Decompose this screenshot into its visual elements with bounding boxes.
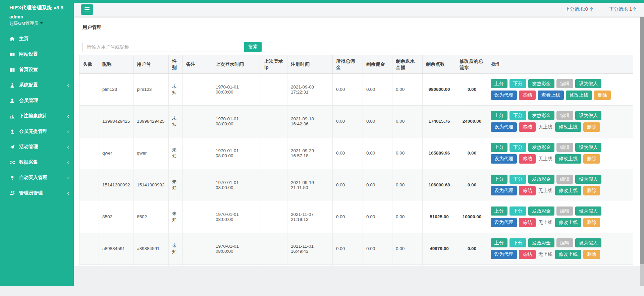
action-button[interactable]: 发放彩金 xyxy=(528,143,554,152)
sidebar-item-3[interactable]: 首页设置 xyxy=(0,62,74,77)
sidebar-item-10[interactable]: 自动买入管理‹ xyxy=(0,170,74,185)
action-button[interactable]: 冻结 xyxy=(519,186,536,195)
sidebar-item-7[interactable]: 会员充提管理‹ xyxy=(0,124,74,139)
action-button[interactable]: 删除 xyxy=(594,91,611,100)
action-button[interactable]: 上分 xyxy=(491,238,507,248)
action-button[interactable]: 修改上线 xyxy=(555,122,581,132)
action-button[interactable]: 冻结 xyxy=(519,91,536,100)
sidebar-item-4[interactable]: 系统配置‹ xyxy=(0,77,74,93)
action-button[interactable]: 删除 xyxy=(583,250,600,259)
action-button[interactable]: 下分 xyxy=(509,111,526,120)
action-button[interactable]: 修改上线 xyxy=(555,250,581,259)
action-button[interactable]: 编辑 xyxy=(556,175,573,184)
avatar-cell xyxy=(79,233,99,264)
action-button[interactable]: 删除 xyxy=(583,122,600,132)
action-button[interactable]: 设为代理 xyxy=(491,122,517,132)
sidebar-item-8[interactable]: 活动管理‹ xyxy=(0,139,74,155)
remark-cell xyxy=(183,137,212,169)
modified-flow-cell: 0.00 xyxy=(456,73,488,105)
gender-cell: 未知 xyxy=(169,201,183,233)
last-login-cell xyxy=(212,264,261,266)
action-button[interactable]: 设为假人 xyxy=(575,175,601,184)
total-commission-cell: 0.00 xyxy=(333,105,363,137)
down-request-link[interactable]: 下分请求 1个 xyxy=(609,6,637,12)
action-button[interactable]: 删除 xyxy=(583,154,600,164)
action-button[interactable]: 发放彩金 xyxy=(528,175,554,184)
sidebar-menu: 主页网站设置首页设置系统配置‹会员管理下注输赢统计‹会员充提管理‹活动管理‹数据… xyxy=(0,31,74,201)
action-button[interactable]: 设为代理 xyxy=(491,250,517,259)
action-button[interactable]: 编辑 xyxy=(556,238,573,248)
username-cell xyxy=(133,264,169,266)
chevron-left-icon: ‹ xyxy=(67,113,69,119)
action-button[interactable]: 设为代理 xyxy=(491,91,517,100)
action-button[interactable]: 删除 xyxy=(583,186,600,195)
last-login-cell: 1970-01-01 08:00:00 xyxy=(212,169,261,201)
username-cell: 13998429425 xyxy=(133,105,169,137)
action-button[interactable]: 设为假人 xyxy=(575,111,601,120)
scrollbar-thumb[interactable] xyxy=(640,17,644,264)
search-input[interactable] xyxy=(83,42,244,52)
vertical-scrollbar[interactable] xyxy=(640,17,644,286)
remark-cell xyxy=(183,73,212,105)
username-cell: a89884591 xyxy=(133,233,169,264)
action-button[interactable]: 冻结 xyxy=(519,250,536,259)
action-button[interactable]: 发放彩金 xyxy=(528,238,554,248)
last-login-cell: 1970-01-01 08:00:00 xyxy=(212,233,261,264)
action-button[interactable]: 修改上线 xyxy=(555,154,581,164)
up-request-count: 0 xyxy=(585,6,588,12)
action-button[interactable]: 冻结 xyxy=(519,154,536,164)
action-button[interactable]: 下分 xyxy=(509,143,526,152)
content-card: 用户管理 搜索 头像昵称用户号性别备注上次登录时间上次登录ip注册时间所得总佣金… xyxy=(74,18,640,266)
action-button[interactable]: 设为假人 xyxy=(575,143,601,152)
action-button[interactable]: 编辑 xyxy=(556,111,573,120)
nickname-cell: a89884591 xyxy=(99,233,133,264)
table-row: qwerqwer未知1970-01-01 08:00:002021-09-29 … xyxy=(79,137,633,169)
action-button[interactable]: 上分 xyxy=(491,111,507,120)
up-request-link[interactable]: 上分请求:0 个 xyxy=(565,6,594,12)
action-button[interactable]: 下分 xyxy=(509,175,526,184)
register-time-cell: 2021-11-07 21:19:12 xyxy=(287,201,333,233)
action-button[interactable]: 编辑 xyxy=(556,206,573,216)
action-button[interactable]: 查看上线 xyxy=(538,91,564,100)
user-role-dropdown[interactable]: 超级GM管理员 xyxy=(9,20,70,26)
action-button[interactable]: 删除 xyxy=(583,218,600,227)
action-button[interactable]: 发放彩金 xyxy=(528,206,554,216)
chevron-left-icon: ‹ xyxy=(67,144,69,150)
action-button[interactable]: 修改上线 xyxy=(555,218,581,227)
gender-cell: 未知 xyxy=(169,233,183,264)
action-button[interactable]: 冻结 xyxy=(519,218,536,227)
action-button[interactable]: 下分 xyxy=(509,238,526,248)
action-button[interactable]: 编辑 xyxy=(556,143,573,152)
action-button[interactable]: 编辑 xyxy=(556,79,573,88)
sidebar-item-11[interactable]: 管理员管理‹ xyxy=(0,185,74,201)
action-button[interactable]: 设为代理 xyxy=(491,154,517,164)
action-button[interactable]: 设为假人 xyxy=(575,238,601,248)
action-button[interactable]: 上分 xyxy=(491,143,507,152)
action-button[interactable]: 下分 xyxy=(509,79,526,88)
last-ip-cell xyxy=(261,264,287,266)
action-button[interactable]: 设为代理 xyxy=(491,186,517,195)
sidebar-item-9[interactable]: 数据采集‹ xyxy=(0,155,74,170)
sidebar-item-label: 主页 xyxy=(19,36,29,42)
sidebar-item-2[interactable]: 网站设置 xyxy=(0,47,74,62)
upload-icon xyxy=(9,129,15,134)
remaining-rebate-cell: 0.00 xyxy=(392,73,423,105)
remaining-commission-cell: 0.00 xyxy=(363,169,392,201)
action-button[interactable]: 下分 xyxy=(509,206,526,216)
action-button[interactable]: 修改上线 xyxy=(566,91,592,100)
sidebar-item-1[interactable]: 主页 xyxy=(0,31,74,47)
action-button[interactable]: 修改上线 xyxy=(555,186,581,195)
action-button[interactable]: 设为代理 xyxy=(491,218,517,227)
sidebar-item-6[interactable]: 下注输赢统计‹ xyxy=(0,108,74,124)
action-button[interactable]: 冻结 xyxy=(519,122,536,132)
action-button[interactable]: 上分 xyxy=(491,175,507,184)
action-button[interactable]: 上分 xyxy=(491,79,507,88)
sidebar-item-5[interactable]: 会员管理 xyxy=(0,93,74,108)
action-button[interactable]: 发放彩金 xyxy=(528,79,554,88)
action-button[interactable]: 设为假人 xyxy=(575,206,601,216)
action-button[interactable]: 上分 xyxy=(491,206,507,216)
action-button[interactable]: 设为假人 xyxy=(575,79,601,88)
sidebar-toggle-button[interactable] xyxy=(81,4,93,15)
search-button[interactable]: 搜索 xyxy=(244,42,262,52)
action-button[interactable]: 发放彩金 xyxy=(528,111,554,120)
